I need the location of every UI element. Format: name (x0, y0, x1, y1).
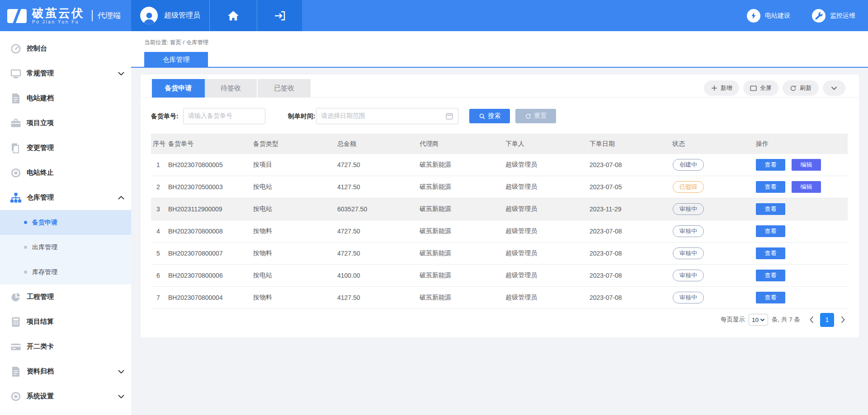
cell: 按电站 (253, 271, 337, 280)
more-button[interactable] (823, 80, 845, 96)
date-range-input[interactable]: 请选择日期范围 (316, 108, 458, 124)
cell: 2023-07-08 (590, 228, 672, 235)
sidebar-item-station-archive[interactable]: 电站建档 (0, 86, 131, 111)
user-menu[interactable]: 超级管理员 (131, 0, 209, 31)
column-header: 备货类型 (253, 140, 337, 148)
cell: 2 (151, 183, 168, 191)
sidebar-item-type2-card[interactable]: 开二类卡 (0, 334, 131, 359)
sidebar-subitem-outbound-mgmt[interactable]: 出库管理 (0, 235, 131, 260)
bullet-dot (24, 221, 27, 224)
cell: 4127.50 (337, 183, 420, 191)
main-area: 当前位置: 首页 / 仓库管理 仓库管理 备货申请待签收已签收 新增全屏刷新 备… (131, 31, 868, 415)
cell: BH2023112900009 (168, 205, 253, 213)
view-button[interactable]: 查看 (756, 159, 785, 171)
sidebar-item-console[interactable]: 控制台 (0, 36, 131, 61)
order-no-input[interactable]: 请输入备货单号 (183, 108, 265, 124)
cell: 按项目 (253, 161, 337, 169)
status-badge: 审核中 (673, 225, 704, 237)
cell: 按物料 (253, 227, 337, 235)
cell: 2023-07-08 (590, 272, 672, 279)
cell: 按电站 (253, 205, 337, 213)
view-button[interactable]: 查看 (756, 225, 785, 237)
sidebar-item-station-termination[interactable]: 电站终止 (0, 160, 131, 185)
add-button[interactable]: 新增 (704, 80, 739, 96)
cell: 破茧新能源 (420, 249, 505, 257)
quicklink-monitor-ops[interactable]: 监控运维 (812, 9, 855, 23)
tab-stock-request[interactable]: 备货申请 (152, 79, 205, 98)
sidebar-item-engineering-mgmt[interactable]: 工程管理 (0, 284, 131, 309)
prev-page-button[interactable] (807, 316, 816, 323)
cell: 超级管理员 (505, 205, 590, 213)
reset-icon (525, 113, 532, 120)
fullscreen-icon (750, 85, 757, 91)
table-row[interactable]: 2BH2023070500003按电站4127.50破茧新能源超级管理员2023… (151, 176, 848, 198)
view-button[interactable]: 查看 (756, 181, 785, 193)
top-bar: 破茧云伏 Po Jian Yun Fu 代理端 超级管理员 (0, 0, 868, 31)
fullscreen-button[interactable]: 全屏 (743, 80, 778, 96)
sidebar-item-change-mgmt[interactable]: 变更管理 (0, 135, 131, 160)
column-header: 序号 (151, 140, 168, 148)
sidebar-item-project-initiation[interactable]: 项目立项 (0, 111, 131, 135)
table-row[interactable]: 5BH2023070800007按物料4727.50破茧新能源超级管理员2023… (151, 242, 848, 265)
search-button[interactable]: 搜索 (469, 109, 510, 123)
tab-signed[interactable]: 已签收 (258, 79, 311, 98)
tab-to-sign[interactable]: 待签收 (205, 79, 258, 98)
status-badge: 审核中 (673, 292, 704, 303)
view-button[interactable]: 查看 (756, 270, 785, 281)
column-header: 总金额 (337, 140, 420, 148)
cell: BH2023070800004 (168, 294, 253, 301)
brand-subtitle: Po Jian Yun Fu (32, 19, 85, 24)
reset-button[interactable]: 重置 (515, 109, 556, 123)
status-badge: 已驳回 (673, 181, 704, 193)
page-number[interactable]: 1 (820, 313, 834, 327)
chevron-down-icon (118, 71, 125, 76)
page-tab-warehouse[interactable]: 仓库管理 (144, 52, 208, 68)
edit-button[interactable]: 编辑 (792, 181, 821, 193)
cell: 破茧新能源 (420, 183, 505, 191)
edit-button[interactable]: 编辑 (792, 159, 821, 171)
table-row[interactable]: 6BH2023070800006按电站4100.00破茧新能源超级管理员2023… (151, 265, 848, 287)
breadcrumb-path[interactable]: 首页 / 仓库管理 (170, 39, 208, 46)
archive-icon (10, 366, 22, 378)
per-page-select[interactable]: 10 (749, 314, 768, 326)
cell: 4 (151, 228, 168, 235)
cell: 超级管理员 (505, 249, 590, 257)
sidebar-item-warehouse-mgmt[interactable]: 仓库管理 (0, 185, 131, 210)
table-row[interactable]: 3BH2023112900009按电站603527.50破茧新能源超级管理员20… (151, 198, 848, 220)
dashboard-icon (10, 43, 22, 55)
view-button[interactable]: 查看 (756, 247, 785, 259)
cell: 超级管理员 (505, 271, 590, 280)
table-row[interactable]: 1BH2023070800005按项目4727.50破茧新能源超级管理员2023… (151, 154, 848, 176)
cell: 破茧新能源 (420, 294, 505, 302)
gear-icon (10, 391, 22, 402)
table-row[interactable]: 7BH2023070800004按物料4127.50破茧新能源超级管理员2023… (151, 287, 848, 309)
cell: 4100.00 (337, 272, 420, 279)
sidebar-subitem-inventory-mgmt[interactable]: 库存管理 (0, 260, 131, 284)
sidebar-item-general-mgmt[interactable]: 常规管理 (0, 61, 131, 86)
sidebar-item-project-settlement[interactable]: 项目结算 (0, 309, 131, 334)
toolbar: 新增全屏刷新 (704, 80, 845, 96)
table-row[interactable]: 4BH2023070800008按物料4727.50破茧新能源超级管理员2023… (151, 220, 848, 242)
cell: 2023-07-08 (590, 250, 672, 257)
cell: 4727.50 (337, 250, 420, 257)
next-page-button[interactable] (838, 316, 848, 323)
bolt-icon (747, 9, 760, 23)
view-button[interactable]: 查看 (756, 203, 785, 215)
status-badge: 创建中 (673, 159, 704, 171)
per-page-label: 每页显示 (721, 316, 745, 324)
column-header: 代理商 (420, 140, 505, 148)
cell: BH2023070800005 (168, 161, 253, 168)
view-button[interactable]: 查看 (756, 292, 785, 303)
refresh-button[interactable]: 刷新 (783, 80, 819, 96)
quicklink-station-build[interactable]: 电站建设 (747, 9, 790, 23)
cell: 破茧新能源 (420, 271, 505, 280)
logout-button[interactable] (257, 0, 302, 31)
sidebar-subitem-stock-request[interactable]: 备货申请 (0, 210, 131, 235)
chevron-down-icon (118, 369, 125, 374)
sidebar-item-data-archive[interactable]: 资料归档 (0, 359, 131, 384)
cell: 破茧新能源 (420, 205, 505, 213)
home-button[interactable] (209, 0, 257, 31)
sidebar-item-system-settings[interactable]: 系统设置 (0, 384, 131, 409)
orders-table: 序号备货单号备货类型总金额代理商下单人下单日期状态操作1BH2023070800… (151, 134, 848, 309)
person-icon (142, 11, 156, 24)
